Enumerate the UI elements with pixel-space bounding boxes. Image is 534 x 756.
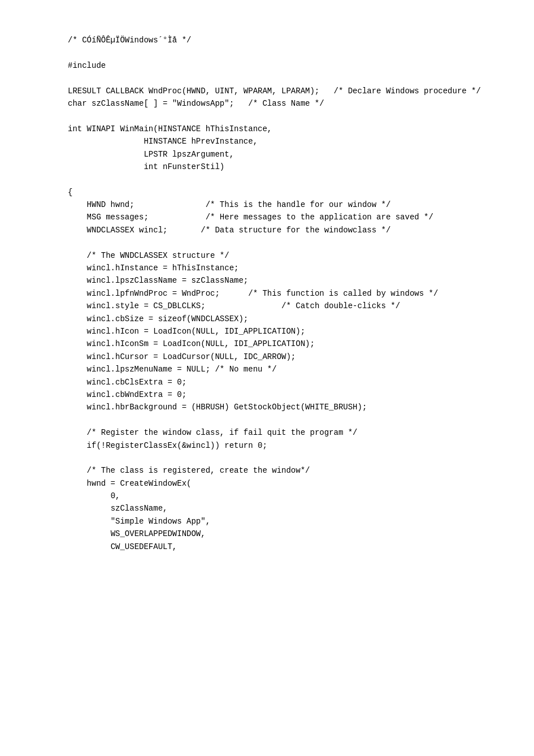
page-container: /* CÓíÑÔÊµÏÖWindows´°Ìå */ #include LRES… [0,0,534,756]
code-content: /* CÓíÑÔÊµÏÖWindows´°Ìå */ #include LRES… [68,34,489,553]
